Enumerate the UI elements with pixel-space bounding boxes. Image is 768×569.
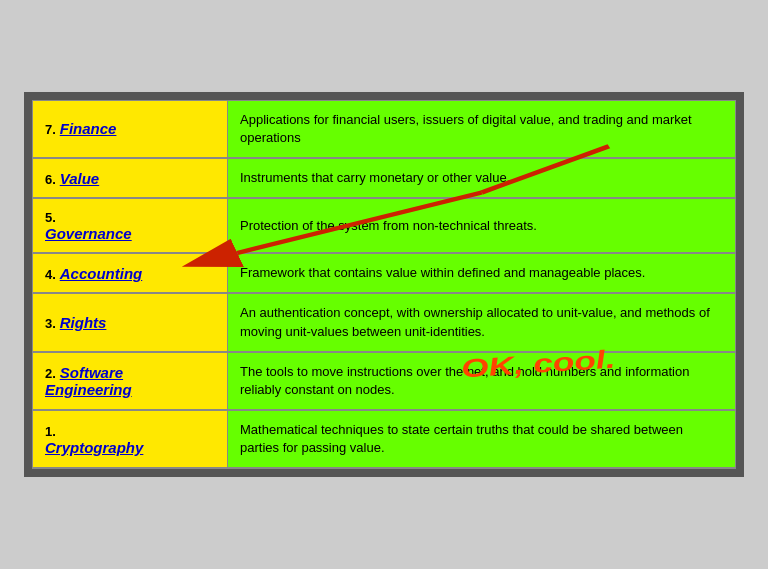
row-2-number: 2. <box>45 366 56 381</box>
table-row: 6. Value Instruments that carry monetary… <box>33 158 736 198</box>
row-1-number: 1. <box>45 424 56 439</box>
row-6-number: 6. <box>45 172 56 187</box>
value-link[interactable]: Value <box>60 170 99 187</box>
finance-link[interactable]: Finance <box>60 120 117 137</box>
row-6-desc: Instruments that carry monetary or other… <box>228 158 736 198</box>
row-5-number: 5. <box>45 210 56 225</box>
row-4-number: 4. <box>45 267 56 282</box>
row-2-desc: The tools to move instructions over the … <box>228 352 736 410</box>
table-row: 1. Cryptography Mathematical techniques … <box>33 410 736 468</box>
table-row: 7. Finance Applications for financial us… <box>33 100 736 158</box>
table-row: 4. Accounting Framework that contains va… <box>33 253 736 293</box>
row-7-label: 7. Finance <box>33 100 228 158</box>
row-5-label: 5. Governance <box>33 198 228 253</box>
table-row: 3. Rights An authentication concept, wit… <box>33 293 736 351</box>
row-3-desc: An authentication concept, with ownershi… <box>228 293 736 351</box>
row-6-label: 6. Value <box>33 158 228 198</box>
software-engineering-link[interactable]: SoftwareEngineering <box>45 364 132 398</box>
cryptography-link[interactable]: Cryptography <box>45 439 143 456</box>
row-5-desc: Protection of the system from non-techni… <box>228 198 736 253</box>
rights-link[interactable]: Rights <box>60 314 107 331</box>
row-7-number: 7. <box>45 122 56 137</box>
row-3-number: 3. <box>45 316 56 331</box>
row-1-desc: Mathematical techniques to state certain… <box>228 410 736 468</box>
row-7-desc: Applications for financial users, issuer… <box>228 100 736 158</box>
governance-link[interactable]: Governance <box>45 225 132 242</box>
row-1-label: 1. Cryptography <box>33 410 228 468</box>
table-row: 5. Governance Protection of the system f… <box>33 198 736 253</box>
accounting-link[interactable]: Accounting <box>60 265 143 282</box>
row-2-label: 2. SoftwareEngineering <box>33 352 228 410</box>
table-row: 2. SoftwareEngineering The tools to move… <box>33 352 736 410</box>
layers-table: 7. Finance Applications for financial us… <box>32 100 736 470</box>
row-3-label: 3. Rights <box>33 293 228 351</box>
row-4-label: 4. Accounting <box>33 253 228 293</box>
row-4-desc: Framework that contains value within def… <box>228 253 736 293</box>
